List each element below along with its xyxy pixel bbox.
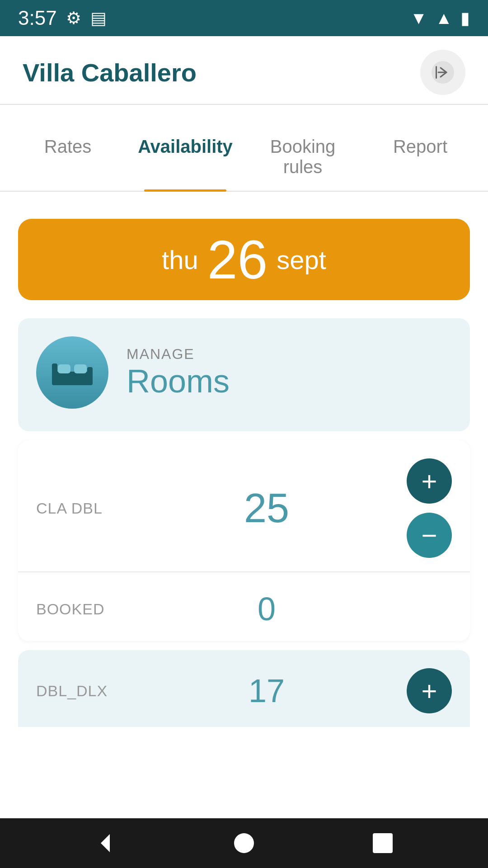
svg-rect-2 <box>52 372 93 385</box>
status-left: 3:57 ⚙ ▤ <box>18 7 107 29</box>
tab-report[interactable]: Report <box>361 123 479 191</box>
room-row-cla-dbl: CLA DBL 25 + − <box>18 440 470 571</box>
tab-rates[interactable]: Rates <box>9 123 127 191</box>
status-bar: 3:57 ⚙ ▤ ▼ ▲ ▮ <box>0 0 488 36</box>
date-day: thu <box>162 245 198 275</box>
recent-button[interactable] <box>369 830 396 857</box>
app-title: Villa Caballero <box>23 58 197 87</box>
manage-label: MANAGE <box>127 346 230 363</box>
svg-rect-1 <box>436 66 437 79</box>
logout-button[interactable] <box>420 50 465 95</box>
app-header: Villa Caballero <box>0 45 488 99</box>
date-number: 26 <box>207 232 267 287</box>
date-banner[interactable]: thu 26 sept <box>18 219 470 300</box>
room-controls: + − <box>407 458 452 558</box>
rooms-icon-circle <box>36 336 108 409</box>
room-card-dbl-dlx: DBL_DLX 17 + <box>18 650 470 727</box>
tab-bar: Rates Availability Booking rules Report <box>0 123 488 192</box>
tab-availability[interactable]: Availability <box>127 123 244 191</box>
svg-rect-5 <box>58 364 70 373</box>
room-count: 25 <box>127 485 407 532</box>
room-row-dbl-dlx: DBL_DLX 17 + <box>18 650 470 727</box>
plus-icon-2: + <box>421 675 437 707</box>
clipboard-icon: ▤ <box>90 8 107 28</box>
status-time: 3:57 <box>18 7 57 29</box>
header-divider <box>0 104 488 105</box>
home-icon <box>230 830 258 857</box>
room-type-label: CLA DBL <box>36 500 127 517</box>
logout-icon <box>429 59 456 86</box>
recent-icon <box>369 830 396 857</box>
signal-icon: ▲ <box>435 9 452 28</box>
svg-rect-6 <box>74 364 87 373</box>
manage-title: Rooms <box>127 363 230 400</box>
room-row-booked: BOOKED 0 <box>18 571 470 641</box>
tab-booking-rules[interactable]: Booking rules <box>244 123 361 191</box>
plus-icon: + <box>421 466 437 497</box>
decrement-button[interactable]: − <box>407 513 452 558</box>
svg-rect-3 <box>52 363 57 385</box>
wifi-icon: ▼ <box>410 9 427 28</box>
svg-point-8 <box>234 833 254 853</box>
minus-icon: − <box>421 520 437 551</box>
svg-marker-7 <box>101 834 110 852</box>
battery-icon: ▮ <box>460 8 470 28</box>
date-month: sept <box>277 245 326 275</box>
nav-bar <box>0 818 488 868</box>
back-icon <box>92 830 119 857</box>
manage-card: MANAGE Rooms <box>18 318 470 431</box>
home-button[interactable] <box>230 830 258 857</box>
room-count-2: 17 <box>249 672 285 709</box>
increment-button-2[interactable]: + <box>407 668 452 713</box>
svg-rect-4 <box>87 367 93 385</box>
room-type-label-2: DBL_DLX <box>36 682 127 700</box>
back-button[interactable] <box>92 830 119 857</box>
manage-text: MANAGE Rooms <box>127 346 230 400</box>
status-right: ▼ ▲ ▮ <box>410 8 470 28</box>
bed-icon <box>50 354 95 391</box>
booked-label: BOOKED <box>36 600 127 618</box>
increment-button[interactable]: + <box>407 458 452 504</box>
svg-rect-9 <box>373 833 393 853</box>
settings-icon: ⚙ <box>66 8 81 28</box>
room-card-cla-dbl: CLA DBL 25 + − BOOKED 0 <box>18 440 470 641</box>
booked-count: 0 <box>127 590 407 627</box>
